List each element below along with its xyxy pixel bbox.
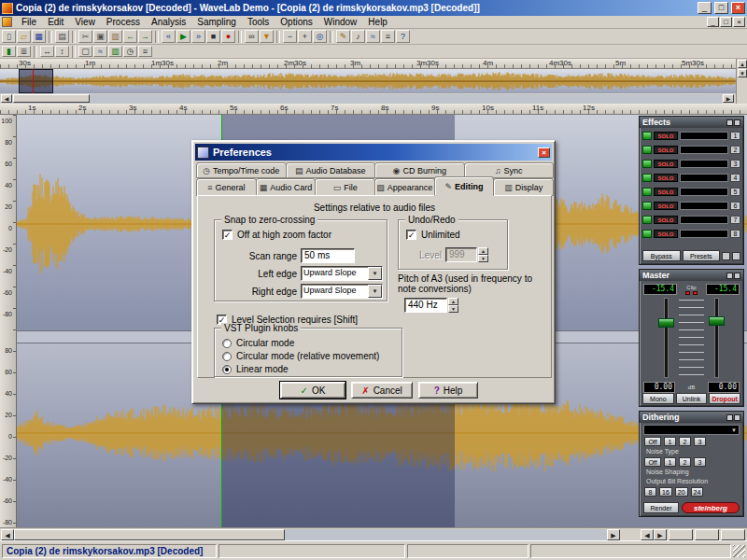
close-button[interactable]: × xyxy=(731,2,745,14)
marker-button[interactable]: ▼ xyxy=(260,30,274,43)
redo-button[interactable]: → xyxy=(138,30,152,43)
config-button[interactable]: ≡ xyxy=(138,46,152,57)
menu-item-options[interactable]: Options xyxy=(275,16,317,28)
effects-panel-titlebar[interactable]: Effects xyxy=(640,117,743,128)
rewind-button[interactable]: « xyxy=(162,30,176,43)
zoom-vertical-button[interactable]: ↕ xyxy=(55,46,69,57)
mdi-minimize-button[interactable]: _ xyxy=(707,17,719,27)
spin-down-icon[interactable]: ▼ xyxy=(448,305,458,313)
slot-solo-button[interactable]: SOLO xyxy=(654,230,678,238)
overview-scrollbar[interactable]: ◀ ▶ xyxy=(0,93,736,104)
right-edge-select[interactable]: Upward Slope ▼ xyxy=(301,284,383,299)
magnifier-button[interactable]: ◎ xyxy=(313,30,327,43)
render-button[interactable]: Render xyxy=(643,502,679,513)
scroll-left-button[interactable]: ◀ xyxy=(1,529,14,540)
scroll-thumb[interactable] xyxy=(14,529,285,540)
radio-dot[interactable] xyxy=(222,339,232,348)
fast-forward-button[interactable]: » xyxy=(191,30,205,43)
help-button[interactable]: ? xyxy=(396,30,410,43)
bit-16-button[interactable]: 16 xyxy=(659,487,672,497)
menu-item-view[interactable]: View xyxy=(69,16,101,28)
menu-item-edit[interactable]: Edit xyxy=(42,16,69,28)
zoom-chip[interactable] xyxy=(695,529,719,540)
maximize-button[interactable]: □ xyxy=(714,2,728,14)
undo-button[interactable]: ← xyxy=(123,30,137,43)
slot-solo-button[interactable]: SOLO xyxy=(654,202,678,210)
play-button[interactable]: ▶ xyxy=(176,30,190,43)
noise-type-3-button[interactable]: 3 xyxy=(694,437,706,446)
tab-tempo-time-code[interactable]: ◷Tempo/Time code xyxy=(196,162,287,178)
copy-button[interactable]: ▣ xyxy=(93,30,107,43)
tab-audio-database[interactable]: ▤Audio Database xyxy=(286,162,376,178)
radio-circular-mode[interactable]: Circular mode xyxy=(222,338,294,348)
stop-button[interactable]: ■ xyxy=(206,30,220,43)
overview-down-button[interactable]: ▼ xyxy=(738,69,747,77)
panel-button[interactable] xyxy=(734,273,740,279)
slot-on-led[interactable] xyxy=(642,216,652,224)
radio-dot[interactable] xyxy=(222,352,232,361)
vu-meter-button[interactable]: ▥ xyxy=(108,46,122,57)
overview-waveform[interactable] xyxy=(0,69,736,93)
selection-tool-button[interactable]: ▢ xyxy=(78,46,92,57)
dithering-mode-select[interactable]: ▼ xyxy=(643,425,740,435)
cut-button[interactable]: ✂ xyxy=(78,30,92,43)
slot-solo-button[interactable]: SOLO xyxy=(654,188,678,196)
menu-item-sampling[interactable]: Sampling xyxy=(191,16,242,28)
new-file-button[interactable]: ▯ xyxy=(2,30,16,43)
off-at-high-zoom-checkbox[interactable]: ✓ Off at high zoom factor xyxy=(222,230,331,240)
slot-solo-button[interactable]: SOLO xyxy=(654,174,678,182)
timecode-button[interactable]: ◷ xyxy=(123,46,137,57)
checkbox-box[interactable]: ✓ xyxy=(406,230,416,240)
zoom-scroll-left-button[interactable]: ◀ xyxy=(641,529,654,540)
menu-item-help[interactable]: Help xyxy=(362,16,393,28)
remove-effect-button[interactable] xyxy=(732,252,740,260)
noise-type-2-button[interactable]: 2 xyxy=(679,437,691,446)
pitch-input[interactable]: 440 Hz xyxy=(404,298,447,313)
tab-audio-card[interactable]: ▦Audio Card xyxy=(256,178,317,196)
unlimited-checkbox[interactable]: ✓ Unlimited xyxy=(406,230,460,240)
dropout-button[interactable]: Dropout xyxy=(709,393,740,404)
slot-solo-button[interactable]: SOLO xyxy=(654,160,678,168)
zoom-in-button[interactable]: + xyxy=(298,30,312,43)
noise-type-1-button[interactable]: 1 xyxy=(664,437,676,446)
slot-solo-button[interactable]: SOLO xyxy=(654,216,678,224)
slot-solo-button[interactable]: SOLO xyxy=(654,146,678,154)
document-icon[interactable] xyxy=(2,17,12,27)
menu-item-file[interactable]: File xyxy=(16,16,42,28)
slot-on-led[interactable] xyxy=(642,132,652,140)
panel-button[interactable] xyxy=(734,119,740,126)
pencil-button[interactable]: ✎ xyxy=(336,30,350,43)
dithering-panel-titlebar[interactable]: Dithering xyxy=(640,412,743,423)
resize-grip[interactable] xyxy=(733,545,745,557)
cancel-button[interactable]: ✗ Cancel xyxy=(351,382,413,399)
menu-item-process[interactable]: Process xyxy=(101,16,146,28)
menu-item-tools[interactable]: Tools xyxy=(242,16,275,28)
scroll-left-button[interactable]: ◀ xyxy=(1,94,12,103)
zoom-scroll-right-button[interactable]: ▶ xyxy=(654,529,667,540)
overview-ruler[interactable]: 30s1m1m30s2m2m30s3m3m30s4m4m30s5m5m30s xyxy=(0,59,736,69)
menu-item-window[interactable]: Window xyxy=(318,16,363,28)
horizontal-scrollbar[interactable]: ◀ ▶ ◀ ▶ xyxy=(0,527,747,540)
noise-shaping-2-button[interactable]: 2 xyxy=(679,457,691,467)
spectrum-button[interactable]: ≣ xyxy=(17,46,31,57)
panel-button[interactable] xyxy=(726,119,733,126)
zoom-chip[interactable] xyxy=(669,529,693,540)
fader-handle-left[interactable] xyxy=(658,318,674,328)
overview-selection[interactable] xyxy=(19,69,53,93)
zoom-out-button[interactable]: − xyxy=(283,30,297,43)
scroll-thumb[interactable] xyxy=(13,94,90,103)
settings-button[interactable]: ≡ xyxy=(381,30,395,43)
fader-handle-right[interactable] xyxy=(709,316,725,326)
level-ruler[interactable]: 100806040200-20-40-60-80806040200-20-40-… xyxy=(0,115,17,527)
scan-range-input[interactable]: 50 ms xyxy=(301,248,355,263)
left-edge-select[interactable]: Upward Slope ▼ xyxy=(301,266,383,281)
zoom-chip[interactable] xyxy=(721,529,745,540)
bit-20-button[interactable]: 20 xyxy=(675,487,688,497)
open-file-button[interactable]: ▱ xyxy=(17,30,31,43)
ok-button[interactable]: ✓ OK xyxy=(280,382,345,399)
mdi-restore-button[interactable]: □ xyxy=(720,17,732,27)
level-meter-button[interactable]: ▮ xyxy=(2,46,16,57)
master-panel-titlebar[interactable]: Master xyxy=(640,270,743,281)
bypass-button[interactable]: Bypass xyxy=(642,250,681,261)
pitch-spinner[interactable]: ▲ ▼ xyxy=(448,298,458,313)
